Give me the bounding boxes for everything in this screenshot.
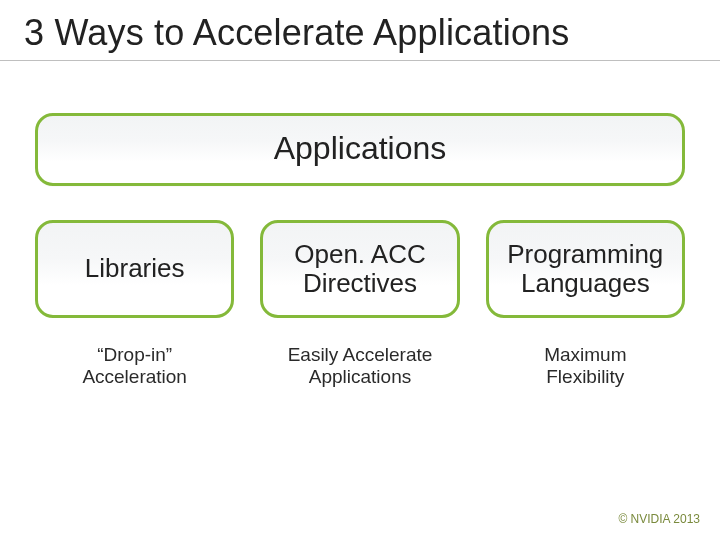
caption-openacc: Easily Accelerate Applications [260, 344, 459, 389]
diagram-stage: Applications Libraries Open. ACC Directi… [0, 61, 720, 389]
card-label: Programming Languages [507, 240, 663, 298]
approach-row: Libraries Open. ACC Directives Programmi… [35, 220, 685, 318]
card-openacc: Open. ACC Directives [260, 220, 459, 318]
caption-row: “Drop-in” Acceleration Easily Accelerate… [35, 344, 685, 389]
copyright-footer: © NVIDIA 2013 [618, 512, 700, 526]
applications-box: Applications [35, 113, 685, 186]
card-label: Libraries [85, 254, 185, 283]
applications-label: Applications [274, 130, 447, 166]
card-label: Open. ACC Directives [294, 240, 426, 298]
page-title: 3 Ways to Accelerate Applications [24, 12, 696, 54]
title-bar: 3 Ways to Accelerate Applications [0, 0, 720, 61]
caption-programming-languages: Maximum Flexibility [486, 344, 685, 389]
card-programming-languages: Programming Languages [486, 220, 685, 318]
caption-libraries: “Drop-in” Acceleration [35, 344, 234, 389]
card-libraries: Libraries [35, 220, 234, 318]
